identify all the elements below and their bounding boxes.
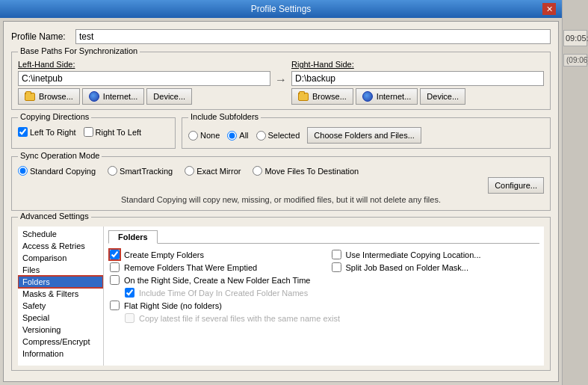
move-files-radio[interactable] xyxy=(253,166,262,176)
dialog-title: Profile Settings xyxy=(19,4,542,14)
create-empty-folders-label: Create Empty Folders xyxy=(124,250,204,259)
right-to-left-item: Right To Left xyxy=(84,127,142,137)
right-device-button[interactable]: Device... xyxy=(420,88,465,105)
left-side-label: Left-Hand Side: xyxy=(18,60,270,69)
create-empty-folders-checkbox[interactable] xyxy=(110,250,120,259)
left-to-right-checkbox[interactable] xyxy=(18,127,28,137)
left-internet-button[interactable]: Internet... xyxy=(82,88,144,105)
include-subfolders-row: None All Selected Choose Folders and Fil… xyxy=(188,127,544,144)
move-files-label: Move Files To Destination xyxy=(264,167,359,176)
exact-mirror-label: Exact Mirror xyxy=(196,167,241,176)
sidebar-item-compress-encrypt[interactable]: Compress/Encrypt xyxy=(18,336,103,348)
choose-folders-button[interactable]: Choose Folders and Files... xyxy=(307,127,421,144)
right-path-input[interactable] xyxy=(291,71,544,86)
flat-right-side-checkbox[interactable] xyxy=(110,301,120,310)
include-time-checkbox[interactable] xyxy=(125,288,134,298)
copy-latest-row: Copy latest file if several files with t… xyxy=(125,313,538,323)
all-radio[interactable] xyxy=(227,131,237,141)
base-paths-title: Base Paths For Synchronization xyxy=(18,46,140,55)
info-text: Standard Copying will copy new, missing,… xyxy=(18,194,544,206)
sidebar-item-folders[interactable]: Folders xyxy=(18,276,103,288)
smart-tracking-item: SmartTracking xyxy=(108,166,173,176)
split-job-row: Split Job Based on Folder Mask... xyxy=(332,262,539,272)
selected-radio[interactable] xyxy=(256,131,266,141)
copying-directions-group: Copying Directions Left To Right Right T… xyxy=(11,117,176,149)
all-label: All xyxy=(239,131,248,140)
left-device-button[interactable]: Device... xyxy=(146,88,192,105)
sidebar-item-comparison[interactable]: Comparison xyxy=(18,252,103,264)
tab-folders[interactable]: Folders xyxy=(108,230,158,244)
sync-operation-group: Sync Operation Mode Standard Copying Sma… xyxy=(11,156,551,211)
left-path-input[interactable] xyxy=(18,71,270,86)
exact-mirror-item: Exact Mirror xyxy=(185,166,241,176)
copying-directions-title: Copying Directions xyxy=(18,112,91,121)
left-to-right-label: Left To Right xyxy=(30,128,76,137)
base-paths-group: Base Paths For Synchronization Left-Hand… xyxy=(11,52,551,110)
profile-name-row: Profile Name: xyxy=(11,29,551,44)
sync-operation-title: Sync Operation Mode xyxy=(18,151,102,160)
split-job-checkbox[interactable] xyxy=(332,262,341,272)
right-browse-button[interactable]: Browse... xyxy=(291,88,353,105)
folder-icon xyxy=(25,93,35,101)
title-bar: Profile Settings ✕ xyxy=(0,0,562,18)
folder-col-left: Create Empty Folders Remove Folders That… xyxy=(110,250,317,272)
include-subfolders-title: Include Subfolders xyxy=(188,112,261,121)
right-internet-button[interactable]: Internet... xyxy=(356,88,418,105)
use-intermediate-checkbox[interactable] xyxy=(332,250,341,259)
right-sidebar: 09:05:4 (09:06) xyxy=(562,0,588,385)
right-to-left-label: Right To Left xyxy=(96,128,142,137)
sidebar-list: Schedule Access & Retries Comparison Fil… xyxy=(18,227,104,366)
include-time-row: Include Time Of Day In Created Folder Na… xyxy=(125,288,538,298)
standard-copying-label: Standard Copying xyxy=(30,167,96,176)
sidebar-item-information[interactable]: Information xyxy=(18,348,103,360)
on-right-side-row: On the Right Side, Create a New Folder E… xyxy=(110,275,538,285)
folder-options: Create Empty Folders Remove Folders That… xyxy=(108,248,539,324)
advanced-settings-title: Advanced Settings xyxy=(18,212,91,221)
sidebar-item-safety[interactable]: Safety xyxy=(18,300,103,312)
sidebar-item-masks-filters[interactable]: Masks & Filters xyxy=(18,288,103,300)
tab-bar: Folders xyxy=(108,230,539,244)
include-subfolders-group: Include Subfolders None All Selected Cho xyxy=(182,117,551,149)
left-path-buttons: Browse... Internet... Device... xyxy=(18,88,270,105)
right-to-left-checkbox[interactable] xyxy=(84,127,93,137)
split-job-label: Split Job Based on Folder Mask... xyxy=(346,263,468,272)
globe-icon xyxy=(89,91,99,102)
right-side-label: Right-Hand Side: xyxy=(291,60,544,69)
configure-row: Configure... xyxy=(18,177,544,194)
none-item: None xyxy=(188,131,220,141)
main-window: Profile Settings ✕ Profile Name: Base Pa… xyxy=(0,0,562,385)
move-files-item: Move Files To Destination xyxy=(253,166,359,176)
two-groups-row: Copying Directions Left To Right Right T… xyxy=(11,117,551,152)
advanced-settings-area: Schedule Access & Retries Comparison Fil… xyxy=(18,224,544,366)
standard-copying-radio[interactable] xyxy=(18,166,28,176)
sidebar-item-special[interactable]: Special xyxy=(18,312,103,324)
sync-options-row: Standard Copying SmartTracking Exact Mir… xyxy=(18,166,544,176)
smart-tracking-label: SmartTracking xyxy=(120,167,173,176)
configure-button[interactable]: Configure... xyxy=(488,177,544,194)
sidebar-item-versioning[interactable]: Versioning xyxy=(18,324,103,336)
folder-col-right: Use Intermediate Copying Location... Spl… xyxy=(332,250,539,272)
on-right-side-checkbox[interactable] xyxy=(110,275,120,285)
copy-latest-checkbox[interactable] xyxy=(125,313,134,323)
sidebar-item-files[interactable]: Files xyxy=(18,264,103,276)
left-browse-button[interactable]: Browse... xyxy=(18,88,80,105)
sidebar-item-schedule[interactable]: Schedule xyxy=(18,228,103,240)
globe-icon-right xyxy=(362,91,373,102)
advanced-settings-group: Advanced Settings Schedule Access & Retr… xyxy=(11,217,551,371)
close-button[interactable]: ✕ xyxy=(542,3,556,15)
profile-name-label: Profile Name: xyxy=(11,31,71,42)
exact-mirror-radio[interactable] xyxy=(185,166,194,176)
none-radio[interactable] xyxy=(188,131,198,141)
remove-folders-checkbox[interactable] xyxy=(110,262,120,272)
time-badge-2: (09:06) xyxy=(563,54,587,67)
arrow-icon: → xyxy=(275,60,287,87)
smart-tracking-radio[interactable] xyxy=(108,166,117,176)
left-path-side: Left-Hand Side: Browse... Internet... De… xyxy=(18,60,270,105)
sidebar-item-access-retries[interactable]: Access & Retries xyxy=(18,240,103,252)
selected-item: Selected xyxy=(256,131,300,141)
folder-icon-right xyxy=(298,93,309,101)
profile-name-input[interactable] xyxy=(75,29,551,44)
copying-directions-row: Left To Right Right To Left xyxy=(18,127,169,137)
copy-latest-label: Copy latest file if several files with t… xyxy=(139,314,340,323)
create-empty-folders-row: Create Empty Folders xyxy=(110,250,317,259)
